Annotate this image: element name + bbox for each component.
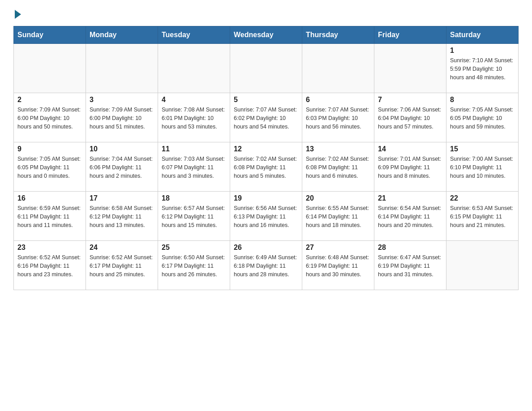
day-info: Sunrise: 7:09 AM Sunset: 6:00 PM Dayligh… (17, 106, 82, 131)
day-info: Sunrise: 6:53 AM Sunset: 6:15 PM Dayligh… (450, 204, 515, 229)
day-cell: 5Sunrise: 7:07 AM Sunset: 6:02 PM Daylig… (230, 93, 302, 142)
logo (13, 9, 21, 17)
day-info: Sunrise: 7:08 AM Sunset: 6:01 PM Dayligh… (162, 106, 226, 131)
week-row-5: 23Sunrise: 6:52 AM Sunset: 6:16 PM Dayli… (14, 241, 519, 290)
day-cell: 23Sunrise: 6:52 AM Sunset: 6:16 PM Dayli… (14, 241, 86, 290)
day-info: Sunrise: 6:50 AM Sunset: 6:17 PM Dayligh… (162, 253, 226, 278)
day-cell: 9Sunrise: 7:05 AM Sunset: 6:05 PM Daylig… (14, 142, 86, 192)
day-cell: 22Sunrise: 6:53 AM Sunset: 6:15 PM Dayli… (446, 192, 519, 241)
day-cell (230, 44, 302, 93)
day-number: 12 (234, 145, 298, 153)
day-cell: 15Sunrise: 7:00 AM Sunset: 6:10 PM Dayli… (446, 142, 519, 192)
day-cell: 11Sunrise: 7:03 AM Sunset: 6:07 PM Dayli… (158, 142, 230, 192)
week-row-3: 9Sunrise: 7:05 AM Sunset: 6:05 PM Daylig… (14, 142, 519, 192)
logo-arrow-icon (15, 10, 21, 19)
col-header-wednesday: Wednesday (230, 26, 302, 44)
day-number: 8 (450, 96, 515, 104)
week-row-4: 16Sunrise: 6:59 AM Sunset: 6:11 PM Dayli… (14, 192, 519, 241)
day-number: 11 (162, 145, 226, 153)
day-info: Sunrise: 7:00 AM Sunset: 6:10 PM Dayligh… (450, 155, 515, 180)
day-number: 24 (90, 244, 154, 252)
day-info: Sunrise: 6:59 AM Sunset: 6:11 PM Dayligh… (17, 204, 82, 229)
day-number: 16 (17, 194, 82, 202)
week-row-2: 2Sunrise: 7:09 AM Sunset: 6:00 PM Daylig… (14, 93, 519, 142)
day-cell: 16Sunrise: 6:59 AM Sunset: 6:11 PM Dayli… (14, 192, 86, 241)
day-info: Sunrise: 7:01 AM Sunset: 6:09 PM Dayligh… (378, 155, 442, 180)
day-info: Sunrise: 6:52 AM Sunset: 6:16 PM Dayligh… (17, 253, 82, 278)
col-header-friday: Friday (374, 26, 446, 44)
day-info: Sunrise: 6:47 AM Sunset: 6:19 PM Dayligh… (378, 253, 442, 278)
day-number: 3 (90, 96, 154, 104)
day-cell: 17Sunrise: 6:58 AM Sunset: 6:12 PM Dayli… (86, 192, 158, 241)
day-cell: 7Sunrise: 7:06 AM Sunset: 6:04 PM Daylig… (374, 93, 446, 142)
day-cell: 18Sunrise: 6:57 AM Sunset: 6:12 PM Dayli… (158, 192, 230, 241)
day-number: 6 (306, 96, 370, 104)
col-header-sunday: Sunday (14, 26, 86, 44)
day-info: Sunrise: 6:49 AM Sunset: 6:18 PM Dayligh… (234, 253, 298, 278)
day-cell: 27Sunrise: 6:48 AM Sunset: 6:19 PM Dayli… (302, 241, 374, 290)
col-header-saturday: Saturday (446, 26, 519, 44)
day-info: Sunrise: 7:10 AM Sunset: 5:59 PM Dayligh… (450, 56, 515, 81)
day-cell (86, 44, 158, 93)
day-info: Sunrise: 7:03 AM Sunset: 6:07 PM Dayligh… (162, 155, 226, 180)
day-info: Sunrise: 6:57 AM Sunset: 6:12 PM Dayligh… (162, 204, 226, 229)
day-number: 19 (234, 194, 298, 202)
day-info: Sunrise: 6:55 AM Sunset: 6:14 PM Dayligh… (306, 204, 370, 229)
day-info: Sunrise: 6:56 AM Sunset: 6:13 PM Dayligh… (234, 204, 298, 229)
day-cell: 13Sunrise: 7:02 AM Sunset: 6:08 PM Dayli… (302, 142, 374, 192)
day-number: 5 (234, 96, 298, 104)
day-info: Sunrise: 7:09 AM Sunset: 6:00 PM Dayligh… (90, 106, 154, 131)
day-number: 2 (17, 96, 82, 104)
day-info: Sunrise: 7:06 AM Sunset: 6:04 PM Dayligh… (378, 106, 442, 131)
day-cell: 19Sunrise: 6:56 AM Sunset: 6:13 PM Dayli… (230, 192, 302, 241)
day-info: Sunrise: 7:05 AM Sunset: 6:05 PM Dayligh… (17, 155, 82, 180)
day-cell: 10Sunrise: 7:04 AM Sunset: 6:06 PM Dayli… (86, 142, 158, 192)
day-info: Sunrise: 7:02 AM Sunset: 6:08 PM Dayligh… (234, 155, 298, 180)
day-number: 25 (162, 244, 226, 252)
day-number: 14 (378, 145, 442, 153)
col-header-tuesday: Tuesday (158, 26, 230, 44)
day-info: Sunrise: 6:54 AM Sunset: 6:14 PM Dayligh… (378, 204, 442, 229)
day-cell: 14Sunrise: 7:01 AM Sunset: 6:09 PM Dayli… (374, 142, 446, 192)
calendar-table: SundayMondayTuesdayWednesdayThursdayFrid… (13, 26, 519, 290)
day-info: Sunrise: 7:05 AM Sunset: 6:05 PM Dayligh… (450, 106, 515, 131)
day-cell: 25Sunrise: 6:50 AM Sunset: 6:17 PM Dayli… (158, 241, 230, 290)
day-cell: 20Sunrise: 6:55 AM Sunset: 6:14 PM Dayli… (302, 192, 374, 241)
day-info: Sunrise: 7:07 AM Sunset: 6:02 PM Dayligh… (234, 106, 298, 131)
week-row-1: 1Sunrise: 7:10 AM Sunset: 5:59 PM Daylig… (14, 44, 519, 93)
day-cell (302, 44, 374, 93)
day-info: Sunrise: 7:02 AM Sunset: 6:08 PM Dayligh… (306, 155, 370, 180)
day-cell: 4Sunrise: 7:08 AM Sunset: 6:01 PM Daylig… (158, 93, 230, 142)
day-cell: 3Sunrise: 7:09 AM Sunset: 6:00 PM Daylig… (86, 93, 158, 142)
day-number: 9 (17, 145, 82, 153)
day-cell: 24Sunrise: 6:52 AM Sunset: 6:17 PM Dayli… (86, 241, 158, 290)
day-info: Sunrise: 6:52 AM Sunset: 6:17 PM Dayligh… (90, 253, 154, 278)
day-number: 15 (450, 145, 515, 153)
col-header-monday: Monday (86, 26, 158, 44)
day-cell (374, 44, 446, 93)
day-number: 21 (378, 194, 442, 202)
day-number: 28 (378, 244, 442, 252)
day-cell: 1Sunrise: 7:10 AM Sunset: 5:59 PM Daylig… (446, 44, 519, 93)
day-number: 7 (378, 96, 442, 104)
day-cell (446, 241, 519, 290)
calendar-header-row: SundayMondayTuesdayWednesdayThursdayFrid… (14, 26, 519, 44)
day-number: 26 (234, 244, 298, 252)
day-cell: 8Sunrise: 7:05 AM Sunset: 6:05 PM Daylig… (446, 93, 519, 142)
day-number: 13 (306, 145, 370, 153)
day-number: 17 (90, 194, 154, 202)
page-header (13, 9, 519, 17)
day-cell: 28Sunrise: 6:47 AM Sunset: 6:19 PM Dayli… (374, 241, 446, 290)
day-number: 10 (90, 145, 154, 153)
day-info: Sunrise: 6:58 AM Sunset: 6:12 PM Dayligh… (90, 204, 154, 229)
day-number: 18 (162, 194, 226, 202)
day-number: 4 (162, 96, 226, 104)
day-number: 23 (17, 244, 82, 252)
day-number: 22 (450, 194, 515, 202)
day-cell (14, 44, 86, 93)
day-info: Sunrise: 7:07 AM Sunset: 6:03 PM Dayligh… (306, 106, 370, 131)
day-cell: 21Sunrise: 6:54 AM Sunset: 6:14 PM Dayli… (374, 192, 446, 241)
day-number: 1 (450, 47, 515, 55)
day-cell: 12Sunrise: 7:02 AM Sunset: 6:08 PM Dayli… (230, 142, 302, 192)
day-info: Sunrise: 7:04 AM Sunset: 6:06 PM Dayligh… (90, 155, 154, 180)
